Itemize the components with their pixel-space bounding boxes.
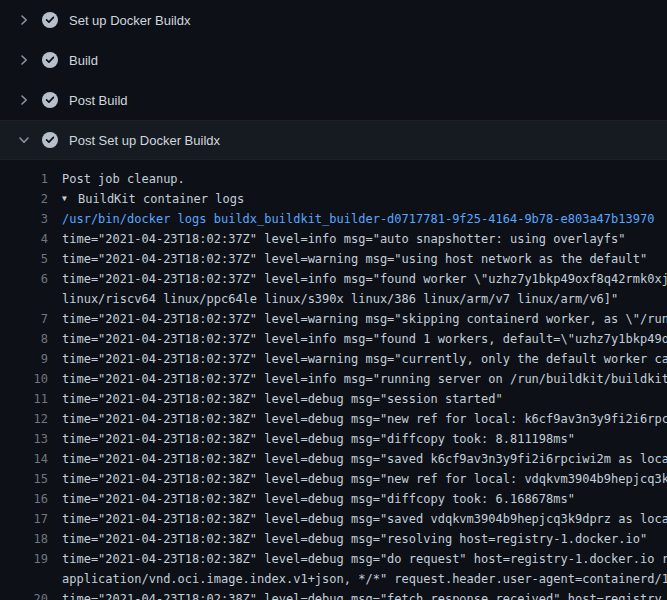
log-line: 10 time="2021-04-23T18:02:37Z" level=inf… (0, 369, 667, 389)
log-line-text: time="2021-04-23T18:02:38Z" level=debug … (62, 509, 667, 529)
log-line-number[interactable]: 4 (0, 229, 48, 249)
log-line: 13 time="2021-04-23T18:02:38Z" level=deb… (0, 429, 667, 449)
log-line-number[interactable]: 2 (0, 189, 48, 209)
check-circle-icon (42, 52, 58, 68)
log-line-text: time="2021-04-23T18:02:37Z" level=info m… (62, 229, 667, 249)
log-line-text: time="2021-04-23T18:02:38Z" level=debug … (62, 529, 667, 549)
log-line-number[interactable]: 17 (0, 509, 48, 529)
log-line-number[interactable]: 12 (0, 409, 48, 429)
log-line-number[interactable]: 15 (0, 469, 48, 489)
step-header-set-up-docker-buildx[interactable]: Set up Docker Buildx (0, 0, 667, 40)
log-line-number[interactable]: 9 (0, 349, 48, 369)
log-line-text: time="2021-04-23T18:02:37Z" level=info m… (62, 369, 667, 389)
log-line-text: time="2021-04-23T18:02:37Z" level=warnin… (62, 309, 667, 329)
log-line-text: time="2021-04-23T18:02:38Z" level=debug … (62, 409, 667, 429)
log-line: 15 time="2021-04-23T18:02:38Z" level=deb… (0, 469, 667, 489)
log-line-number[interactable]: 19 (0, 549, 48, 569)
log-line: 5 time="2021-04-23T18:02:37Z" level=warn… (0, 249, 667, 269)
log-line: 3 /usr/bin/docker logs buildx_buildkit_b… (0, 209, 667, 229)
log-line-text: application/vnd.oci.image.index.v1+json,… (62, 569, 667, 589)
log-line: 7 time="2021-04-23T18:02:37Z" level=warn… (0, 309, 667, 329)
chevron-icon[interactable] (16, 12, 32, 28)
log-line: 16 time="2021-04-23T18:02:38Z" level=deb… (0, 489, 667, 509)
log-line-text: time="2021-04-23T18:02:37Z" level=info m… (62, 269, 667, 289)
step-label: Set up Docker Buildx (69, 13, 190, 28)
log-line-text: time="2021-04-23T18:02:38Z" level=debug … (62, 549, 667, 569)
log-line-text: time="2021-04-23T18:02:38Z" level=debug … (62, 589, 667, 600)
step-header-build[interactable]: Build (0, 40, 667, 80)
step-header-post-build[interactable]: Post Build (0, 80, 667, 120)
log-line-number[interactable]: 16 (0, 489, 48, 509)
check-circle-icon (42, 12, 58, 28)
log-line-number[interactable]: 10 (0, 369, 48, 389)
log-line: application/vnd.oci.image.index.v1+json,… (0, 569, 667, 589)
check-circle-icon (42, 92, 58, 108)
log-line-number[interactable]: 11 (0, 389, 48, 409)
log-line: 11 time="2021-04-23T18:02:38Z" level=deb… (0, 389, 667, 409)
log-viewer: 1 Post job cleanup. 2 ▼ BuildKit contain… (0, 160, 667, 600)
log-line-number[interactable]: 20 (0, 589, 48, 600)
log-line-number[interactable]: 8 (0, 329, 48, 349)
log-line-number[interactable]: 14 (0, 449, 48, 469)
steps-list: Set up Docker Buildx Build P (0, 0, 667, 160)
step-label: Post Set up Docker Buildx (69, 133, 220, 148)
log-group-toggle-icon[interactable]: ▼ (62, 189, 73, 209)
log-line-text: Post job cleanup. (62, 169, 667, 189)
log-line-text: time="2021-04-23T18:02:38Z" level=debug … (62, 429, 667, 449)
log-line: 20 time="2021-04-23T18:02:38Z" level=deb… (0, 589, 667, 600)
log-line-text: time="2021-04-23T18:02:38Z" level=debug … (62, 489, 667, 509)
log-line: 4 time="2021-04-23T18:02:37Z" level=info… (0, 229, 667, 249)
log-line: 2 ▼ BuildKit container logs (0, 189, 667, 209)
log-line-text: time="2021-04-23T18:02:38Z" level=debug … (62, 389, 667, 409)
log-line-text: time="2021-04-23T18:02:38Z" level=debug … (62, 469, 667, 489)
log-line-number[interactable]: 7 (0, 309, 48, 329)
log-line-number[interactable]: 1 (0, 169, 48, 189)
log-line: 14 time="2021-04-23T18:02:38Z" level=deb… (0, 449, 667, 469)
log-line-number[interactable]: 13 (0, 429, 48, 449)
log-line: 19 time="2021-04-23T18:02:38Z" level=deb… (0, 549, 667, 569)
log-line: 12 time="2021-04-23T18:02:38Z" level=deb… (0, 409, 667, 429)
log-line: 6 time="2021-04-23T18:02:37Z" level=info… (0, 269, 667, 289)
log-line: linux/riscv64 linux/ppc64le linux/s390x … (0, 289, 667, 309)
log-line-number[interactable] (0, 569, 48, 589)
log-line-text: /usr/bin/docker logs buildx_buildkit_bui… (62, 209, 667, 229)
chevron-icon[interactable] (16, 92, 32, 108)
step-label: Build (69, 53, 98, 68)
log-line-number[interactable]: 18 (0, 529, 48, 549)
log-line: 18 time="2021-04-23T18:02:38Z" level=deb… (0, 529, 667, 549)
log-line: 8 time="2021-04-23T18:02:37Z" level=info… (0, 329, 667, 349)
log-line-text: time="2021-04-23T18:02:37Z" level=info m… (62, 329, 667, 349)
chevron-icon[interactable] (16, 52, 32, 68)
check-circle-icon (42, 132, 58, 148)
chevron-icon[interactable] (16, 132, 32, 148)
log-line-number[interactable]: 3 (0, 209, 48, 229)
log-line-number[interactable]: 6 (0, 269, 48, 289)
step-header-post-set-up-docker-buildx[interactable]: Post Set up Docker Buildx (0, 120, 667, 160)
log-line-text: time="2021-04-23T18:02:37Z" level=warnin… (62, 349, 667, 369)
step-label: Post Build (69, 93, 128, 108)
log-line-text: BuildKit container logs (78, 189, 667, 209)
log-line-number[interactable]: 5 (0, 249, 48, 269)
log-line: 9 time="2021-04-23T18:02:37Z" level=warn… (0, 349, 667, 369)
log-line-number[interactable] (0, 289, 48, 309)
log-line: 17 time="2021-04-23T18:02:38Z" level=deb… (0, 509, 667, 529)
log-line-text: linux/riscv64 linux/ppc64le linux/s390x … (62, 289, 667, 309)
log-line: 1 Post job cleanup. (0, 169, 667, 189)
log-line-text: time="2021-04-23T18:02:38Z" level=debug … (62, 449, 667, 469)
log-line-text: time="2021-04-23T18:02:37Z" level=warnin… (62, 249, 667, 269)
